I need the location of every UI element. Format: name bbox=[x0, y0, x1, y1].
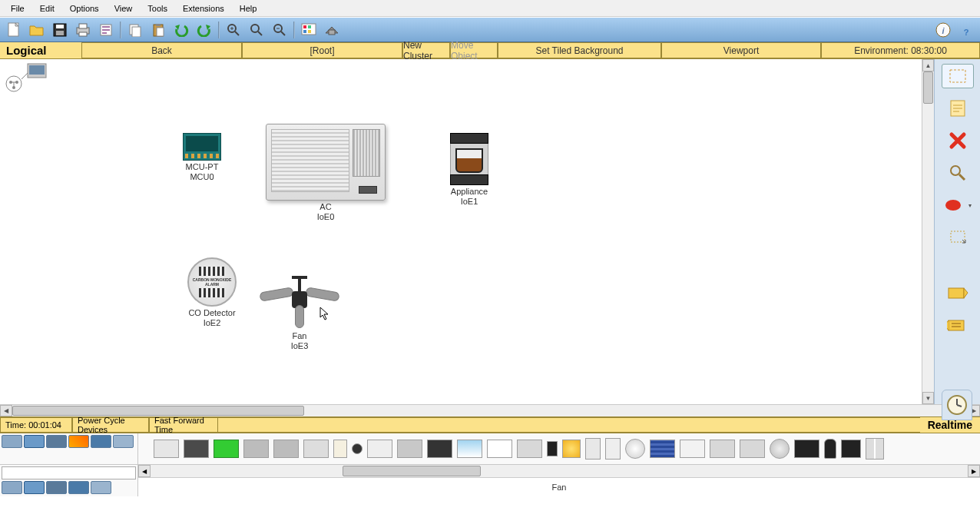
power-cycle-button[interactable]: Power Cycle Devices bbox=[72, 417, 149, 433]
place-note-button[interactable] bbox=[942, 96, 974, 121]
device-type-icon[interactable] bbox=[427, 440, 452, 458]
scroll-right-arrow-icon[interactable]: ▶ bbox=[968, 465, 980, 477]
move-object-button[interactable]: Move Object bbox=[450, 42, 498, 58]
scroll-down-arrow-icon[interactable]: ▼ bbox=[922, 392, 934, 404]
category-misc-icon[interactable] bbox=[91, 435, 111, 448]
menu-tools[interactable]: Tools bbox=[140, 2, 175, 15]
set-tiled-background-button[interactable]: Set Tiled Background bbox=[498, 42, 661, 58]
palette-scrollbar[interactable]: ◀ ▶ bbox=[138, 465, 980, 477]
device-type-icon[interactable] bbox=[243, 440, 269, 458]
device-type-icon[interactable] bbox=[487, 440, 512, 458]
menu-extensions[interactable]: Extensions bbox=[175, 2, 232, 15]
delete-tool-button[interactable] bbox=[942, 128, 974, 153]
cluster-navigator-icon[interactable] bbox=[5, 62, 41, 93]
category-end-devices-icon[interactable] bbox=[24, 435, 45, 448]
device-type-icon[interactable] bbox=[866, 438, 884, 460]
device-type-icon[interactable] bbox=[770, 439, 790, 459]
fast-forward-button[interactable]: Fast Forward Time bbox=[149, 417, 218, 433]
print-button[interactable] bbox=[72, 20, 94, 40]
new-cluster-button[interactable]: New Cluster bbox=[402, 42, 450, 58]
device-type-icon[interactable] bbox=[517, 440, 542, 458]
simple-pdu-button[interactable] bbox=[942, 280, 974, 305]
zoom-reset-button[interactable] bbox=[246, 20, 267, 40]
horizontal-scrollbar[interactable]: ◀ ▶ bbox=[0, 404, 980, 416]
zoom-out-button[interactable] bbox=[269, 20, 290, 40]
zoom-in-button[interactable] bbox=[223, 20, 244, 40]
menu-file[interactable]: File bbox=[3, 2, 32, 15]
device-type-icon[interactable] bbox=[303, 440, 329, 458]
device-type-icon[interactable] bbox=[680, 440, 705, 458]
category-components-icon[interactable] bbox=[46, 435, 67, 448]
help-button[interactable]: ? bbox=[955, 20, 977, 40]
menu-options[interactable]: Options bbox=[62, 2, 107, 15]
device-type-icon[interactable] bbox=[740, 440, 765, 458]
scroll-left-arrow-icon[interactable]: ◀ bbox=[0, 405, 12, 416]
activity-wizard-button[interactable] bbox=[95, 20, 117, 40]
device-strip[interactable] bbox=[138, 433, 980, 464]
device-search-input[interactable] bbox=[2, 466, 136, 479]
category-multiuser-icon[interactable] bbox=[113, 435, 134, 448]
device-type-icon[interactable] bbox=[562, 440, 581, 458]
device-type-icon[interactable] bbox=[154, 440, 179, 458]
palette-button[interactable] bbox=[298, 20, 319, 40]
device-category-selector[interactable] bbox=[0, 433, 138, 464]
vertical-scrollbar[interactable]: ▲ ▼ bbox=[922, 59, 934, 404]
subcategory-city-icon[interactable] bbox=[46, 481, 67, 494]
info-button[interactable]: i bbox=[932, 20, 954, 40]
device-type-icon[interactable] bbox=[605, 438, 621, 460]
sim-time-label: Time: 00:01:04 bbox=[0, 417, 72, 433]
root-breadcrumb[interactable]: [Root] bbox=[242, 42, 402, 58]
device-type-icon[interactable] bbox=[650, 440, 675, 458]
device-type-icon[interactable] bbox=[824, 439, 836, 459]
svg-line-14 bbox=[235, 32, 239, 35]
menu-edit[interactable]: Edit bbox=[32, 2, 62, 15]
device-type-icon[interactable] bbox=[214, 440, 239, 458]
category-connections-icon[interactable] bbox=[68, 435, 89, 448]
device-type-icon[interactable] bbox=[352, 443, 363, 454]
new-file-button[interactable] bbox=[3, 20, 25, 40]
subcategory-powergrid-icon[interactable] bbox=[91, 481, 111, 494]
device-type-icon[interactable] bbox=[184, 440, 209, 458]
device-type-icon[interactable] bbox=[273, 440, 299, 458]
device-type-icon[interactable] bbox=[794, 440, 819, 458]
custom-device-button[interactable] bbox=[321, 20, 343, 40]
copy-button[interactable] bbox=[124, 20, 146, 40]
select-tool-button[interactable] bbox=[942, 64, 974, 88]
device-type-icon[interactable] bbox=[841, 440, 861, 458]
back-button[interactable]: Back bbox=[81, 42, 242, 58]
device-type-icon[interactable] bbox=[585, 438, 601, 460]
redo-button[interactable] bbox=[194, 20, 215, 40]
inspect-tool-button[interactable] bbox=[942, 161, 974, 185]
subcategory-industrial-icon[interactable] bbox=[68, 481, 89, 494]
logical-canvas[interactable]: MCU-PTMCU0 ACIoE0 ApplianceIoE1 CARBON M… bbox=[0, 59, 922, 404]
subcategory-home-icon[interactable] bbox=[24, 481, 45, 494]
scroll-thumb[interactable] bbox=[923, 71, 933, 104]
open-file-button[interactable] bbox=[26, 20, 48, 40]
undo-button[interactable] bbox=[171, 20, 192, 40]
device-type-icon[interactable] bbox=[710, 440, 735, 458]
device-type-icon[interactable] bbox=[397, 440, 422, 458]
device-appliance[interactable]: ApplianceIoE1 bbox=[450, 133, 488, 207]
device-co-detector[interactable]: CARBON MONOXIDE ALARM CO DetectorIoE2 bbox=[187, 257, 237, 328]
scroll-left-arrow-icon[interactable]: ◀ bbox=[138, 465, 151, 477]
resize-tool-button[interactable] bbox=[942, 225, 974, 250]
paste-button[interactable] bbox=[147, 20, 169, 40]
category-network-icon[interactable] bbox=[2, 435, 22, 448]
menu-help[interactable]: Help bbox=[232, 2, 265, 15]
subcategory-icon[interactable] bbox=[2, 481, 22, 494]
scroll-thumb[interactable] bbox=[12, 406, 304, 416]
scroll-up-arrow-icon[interactable]: ▲ bbox=[922, 59, 934, 71]
viewport-button[interactable]: Viewport bbox=[661, 42, 821, 58]
device-mcu[interactable]: MCU-PTMCU0 bbox=[183, 133, 221, 182]
save-button[interactable] bbox=[49, 20, 71, 40]
device-type-icon[interactable] bbox=[547, 441, 558, 456]
scroll-thumb[interactable] bbox=[343, 466, 481, 476]
device-type-icon[interactable] bbox=[333, 440, 347, 458]
device-ac[interactable]: ACIoE0 bbox=[266, 124, 386, 222]
device-type-icon[interactable] bbox=[625, 439, 645, 459]
device-type-icon[interactable] bbox=[367, 440, 392, 458]
device-type-icon[interactable] bbox=[457, 440, 482, 458]
draw-ellipse-button[interactable]: ▾ bbox=[942, 193, 974, 217]
menu-view[interactable]: View bbox=[107, 2, 141, 15]
complex-pdu-button[interactable] bbox=[942, 313, 974, 337]
